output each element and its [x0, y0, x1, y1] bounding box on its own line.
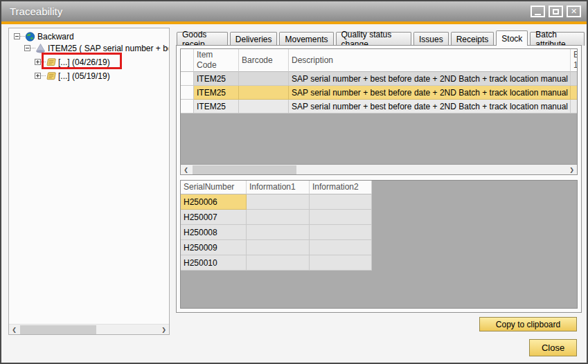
cell-barcode[interactable] — [239, 100, 289, 113]
cell-batch[interactable] — [571, 86, 577, 100]
row-selector[interactable] — [181, 86, 194, 100]
accent-bar — [1, 21, 587, 24]
tab-batch-attribute[interactable]: Batch attribute — [530, 32, 585, 46]
cell-batch[interactable] — [571, 100, 577, 113]
cell-information1[interactable] — [247, 255, 310, 271]
tab-label: Stock — [501, 34, 522, 44]
expand-icon[interactable] — [35, 59, 41, 65]
cell-information2[interactable] — [310, 194, 372, 210]
collapse-icon[interactable] — [14, 33, 20, 39]
cell-information2[interactable] — [310, 255, 372, 271]
tab-strip: Goods receip Deliveries Movements Qualit… — [177, 31, 587, 46]
copy-to-clipboard-button[interactable]: Copy to clipboard — [479, 317, 577, 331]
cell-barcode[interactable] — [239, 86, 289, 100]
header-batch[interactable]: B 1 — [571, 49, 577, 72]
grid-header-row: Item Code Barcode Description B 1 — [181, 49, 577, 72]
annotation-highlight-box — [42, 53, 122, 69]
tab-deliveries[interactable]: Deliveries — [230, 32, 278, 46]
serial-row-h250007[interactable]: H250007 — [181, 210, 577, 225]
cell-serial[interactable]: H250009 — [181, 240, 247, 255]
tree-node-backward[interactable]: Backward — [14, 30, 74, 42]
serial-row-h250006[interactable]: H250006 — [181, 194, 577, 210]
tree-connector — [41, 75, 46, 76]
header-selector — [181, 49, 194, 72]
header-item-code[interactable]: Item Code — [194, 49, 239, 72]
serial-row-h250009[interactable]: H250009 — [181, 240, 577, 255]
header-description[interactable]: Description — [289, 49, 571, 72]
trace-tree-panel: Backward ITEM25 ( SAP serial number + be… — [8, 28, 170, 335]
cell-description[interactable]: SAP serial number + best before date + 2… — [289, 86, 571, 100]
tab-movements[interactable]: Movements — [279, 32, 333, 46]
scroll-left-arrow-icon[interactable]: ❮ — [9, 325, 19, 335]
tree-connector — [30, 48, 35, 48]
stock-row-2-selected[interactable]: ITEM25 SAP serial number + best before d… — [181, 86, 577, 100]
serial-row-h250008[interactable]: H250008 — [181, 225, 577, 240]
tab-label: Deliveries — [235, 35, 272, 44]
header-information1[interactable]: Information1 — [247, 181, 310, 194]
tree-node-label: ITEM25 ( SAP serial number + best — [48, 44, 168, 53]
maximize-button[interactable] — [549, 6, 563, 17]
tree-horizontal-scrollbar[interactable]: ❮ ❯ — [9, 324, 169, 334]
minimize-button[interactable] — [531, 6, 545, 17]
cell-information2[interactable] — [310, 225, 372, 240]
close-button[interactable]: Close — [529, 339, 577, 356]
scroll-right-arrow-icon[interactable]: ❯ — [567, 165, 577, 175]
cell-information2[interactable] — [310, 210, 372, 225]
tab-quality-status-change[interactable]: Quality status change — [336, 32, 411, 46]
cell-information2[interactable] — [310, 240, 372, 255]
cell-information1[interactable] — [247, 240, 310, 255]
batch-note-icon — [46, 71, 56, 81]
grid-header-row: SerialNumber Information1 Information2 — [181, 181, 577, 194]
serial-numbers-grid: SerialNumber Information1 Information2 H… — [180, 180, 578, 309]
cell-batch[interactable] — [571, 72, 577, 86]
cell-description[interactable]: SAP serial number + best before date + 2… — [289, 72, 571, 86]
expand-icon[interactable] — [35, 73, 41, 79]
stock-tab-page: Item Code Barcode Description B 1 ITEM25… — [176, 45, 582, 313]
minimize-icon — [535, 14, 541, 15]
cell-serial[interactable]: H250007 — [181, 210, 247, 225]
header-information2[interactable]: Information2 — [310, 181, 372, 194]
header-barcode[interactable]: Barcode — [239, 49, 289, 72]
cell-item-code[interactable]: ITEM25 — [194, 100, 239, 113]
tab-issues[interactable]: Issues — [413, 32, 449, 46]
tab-goods-receip[interactable]: Goods receip — [177, 32, 228, 46]
maximize-icon — [553, 9, 559, 15]
tab-receipts[interactable]: Receipts — [451, 32, 495, 46]
scroll-right-arrow-icon[interactable]: ❯ — [159, 325, 169, 335]
close-icon: ✕ — [571, 8, 577, 15]
scroll-left-arrow-icon[interactable]: ❮ — [181, 165, 191, 175]
row-selector[interactable] — [181, 72, 194, 86]
window-title: Traceability — [1, 6, 62, 17]
cell-serial-selected[interactable]: H250006 — [181, 194, 247, 210]
collapse-icon[interactable] — [24, 45, 30, 51]
cell-information1[interactable] — [247, 210, 310, 225]
tree-node-batch-0519[interactable]: [...] (05/19/19) — [35, 70, 110, 82]
tab-stock[interactable]: Stock — [496, 30, 528, 46]
cell-serial[interactable]: H250010 — [181, 255, 247, 271]
globe-icon — [25, 32, 35, 42]
titlebar[interactable]: Traceability ✕ — [1, 1, 587, 21]
scrollbar-thumb[interactable] — [20, 325, 96, 334]
cell-serial[interactable]: H250008 — [181, 225, 247, 240]
serial-row-h250010[interactable]: H250010 — [181, 255, 577, 271]
window-controls: ✕ — [531, 6, 587, 17]
cell-information1[interactable] — [247, 225, 310, 240]
tree-node-label: Backward — [37, 32, 74, 42]
stock-row-1[interactable]: ITEM25 SAP serial number + best before d… — [181, 72, 577, 86]
cell-item-code[interactable]: ITEM25 — [194, 72, 239, 86]
tree-connector — [20, 36, 25, 37]
cone-icon — [35, 44, 46, 53]
close-window-button[interactable]: ✕ — [567, 6, 581, 17]
stock-row-3[interactable]: ITEM25 SAP serial number + best before d… — [181, 100, 577, 113]
cell-description[interactable]: SAP serial number + best before date + 2… — [289, 100, 571, 113]
traceability-window: Traceability ✕ Backward ITE — [0, 0, 588, 364]
cell-information1[interactable] — [247, 194, 310, 210]
cell-item-code[interactable]: ITEM25 — [194, 86, 239, 100]
row-selector[interactable] — [181, 100, 194, 113]
tab-label: Receipts — [456, 35, 489, 44]
header-serial-number[interactable]: SerialNumber — [181, 181, 247, 194]
tab-label: Movements — [285, 35, 328, 44]
cell-barcode[interactable] — [239, 72, 289, 86]
stock-grid-horizontal-scrollbar[interactable]: ❮ ❯ — [181, 164, 577, 174]
scrollbar-thumb[interactable] — [193, 165, 296, 174]
